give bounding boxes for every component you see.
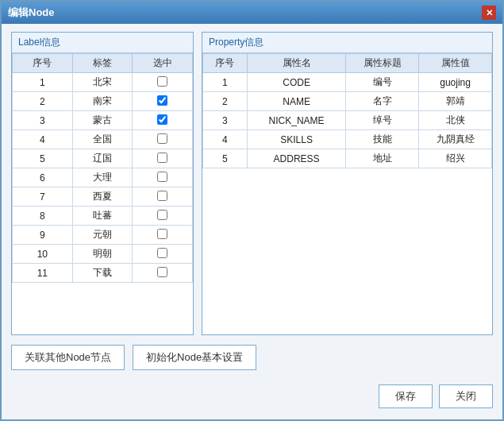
left-row-checkbox[interactable] [157, 248, 167, 258]
right-col-prop-value: 属性值 [419, 54, 492, 73]
left-table-row: 1 北宋 [13, 73, 193, 92]
left-row-checkbox[interactable] [157, 114, 167, 125]
right-row-prop-value: 北侠 [419, 111, 492, 130]
associate-button[interactable]: 关联其他Node节点 [11, 345, 125, 370]
left-row-seq: 6 [13, 168, 73, 187]
left-row-checkbox-cell[interactable] [133, 226, 193, 245]
left-table-row: 8 吐蕃 [13, 207, 193, 226]
left-row-checkbox[interactable] [157, 172, 167, 182]
left-row-checkbox-cell[interactable] [133, 168, 193, 187]
right-row-seq: 1 [203, 73, 248, 92]
left-row-checkbox-cell[interactable] [133, 111, 193, 130]
left-row-checkbox-cell[interactable] [133, 264, 193, 283]
panels-container: Label信息 序号 标签 选中 1 北宋 [11, 32, 493, 335]
left-row-seq: 4 [13, 130, 73, 149]
right-col-prop-title: 属性标题 [346, 54, 419, 73]
left-row-seq: 5 [13, 149, 73, 168]
right-row-prop-value: 郭靖 [419, 92, 492, 111]
left-row-checkbox[interactable] [157, 133, 167, 144]
left-col-checked: 选中 [133, 54, 193, 73]
footer: 保存 关闭 [11, 380, 493, 411]
left-row-checkbox[interactable] [157, 95, 167, 106]
left-row-seq: 8 [13, 207, 73, 226]
right-col-prop-name: 属性名 [247, 54, 346, 73]
right-row-seq: 2 [203, 92, 248, 111]
left-row-checkbox-cell[interactable] [133, 130, 193, 149]
left-row-checkbox[interactable] [157, 153, 167, 163]
right-row-prop-title: 名字 [346, 92, 419, 111]
left-row-label: 辽国 [72, 149, 133, 168]
right-row-prop-title: 编号 [346, 73, 419, 92]
right-row-prop-name: SKILLS [247, 130, 346, 149]
main-window: 编辑Node ✕ Label信息 序号 标签 选中 [0, 0, 504, 421]
right-table-row: 1 CODE 编号 guojing [203, 73, 492, 92]
content-area: Label信息 序号 标签 选中 1 北宋 [2, 24, 502, 419]
bottom-buttons: 关联其他Node节点 初始化Node基本设置 [11, 342, 493, 373]
right-row-prop-name: NICK_NAME [247, 111, 346, 130]
left-row-label: 吐蕃 [72, 207, 133, 226]
right-row-prop-title: 地址 [346, 149, 419, 168]
left-table-row: 2 南宋 [13, 92, 193, 111]
window-title: 编辑Node [8, 6, 55, 20]
left-row-checkbox-cell[interactable] [133, 73, 193, 92]
right-panel-title: Property信息 [202, 33, 492, 53]
left-col-seq: 序号 [13, 54, 73, 73]
right-row-prop-value: guojing [419, 73, 492, 92]
left-row-checkbox-cell[interactable] [133, 207, 193, 226]
initialize-button[interactable]: 初始化Node基本设置 [133, 345, 256, 370]
right-row-prop-name: CODE [247, 73, 346, 92]
left-table-row: 11 下载 [13, 264, 193, 283]
left-row-seq: 7 [13, 187, 73, 207]
right-table-row: 5 ADDRESS 地址 绍兴 [203, 149, 492, 168]
right-row-prop-name: NAME [247, 92, 346, 111]
right-table-wrapper[interactable]: 序号 属性名 属性标题 属性值 1 CODE 编号 guojing 2 NAME… [202, 53, 492, 334]
left-panel: Label信息 序号 标签 选中 1 北宋 [11, 32, 194, 335]
right-table: 序号 属性名 属性标题 属性值 1 CODE 编号 guojing 2 NAME… [202, 53, 492, 168]
right-row-seq: 3 [203, 111, 248, 130]
left-table-row: 5 辽国 [13, 149, 193, 168]
left-row-label: 蒙古 [72, 111, 133, 130]
left-row-seq: 9 [13, 226, 73, 245]
left-row-label: 北宋 [72, 73, 133, 92]
left-table-row: 7 西夏 [13, 187, 193, 207]
left-table-wrapper[interactable]: 序号 标签 选中 1 北宋 2 南宋 3 蒙古 4 全国 [12, 53, 193, 334]
right-table-row: 4 SKILLS 技能 九阴真经 [203, 130, 492, 149]
left-row-label: 西夏 [72, 187, 133, 207]
left-row-checkbox[interactable] [157, 229, 167, 239]
left-row-label: 全国 [72, 130, 133, 149]
right-row-seq: 5 [203, 149, 248, 168]
left-col-label: 标签 [72, 54, 133, 73]
left-row-seq: 1 [13, 73, 73, 92]
left-row-seq: 10 [13, 245, 73, 264]
left-row-checkbox[interactable] [157, 76, 167, 87]
left-row-checkbox[interactable] [157, 267, 167, 277]
right-row-prop-value: 绍兴 [419, 149, 492, 168]
left-table: 序号 标签 选中 1 北宋 2 南宋 3 蒙古 4 全国 [12, 53, 193, 283]
save-button[interactable]: 保存 [379, 384, 433, 408]
left-table-row: 10 明朝 [13, 245, 193, 264]
close-button[interactable]: 关闭 [439, 384, 493, 408]
left-row-checkbox-cell[interactable] [133, 245, 193, 264]
title-bar: 编辑Node ✕ [2, 2, 502, 24]
left-row-checkbox-cell[interactable] [133, 92, 193, 111]
right-row-prop-title: 绰号 [346, 111, 419, 130]
right-row-prop-value: 九阴真经 [419, 130, 492, 149]
left-row-seq: 3 [13, 111, 73, 130]
left-row-label: 下载 [72, 264, 133, 283]
right-table-row: 2 NAME 名字 郭靖 [203, 92, 492, 111]
left-row-label: 明朝 [72, 245, 133, 264]
left-row-label: 大理 [72, 168, 133, 187]
window-close-button[interactable]: ✕ [482, 6, 496, 20]
left-row-seq: 2 [13, 92, 73, 111]
right-col-seq: 序号 [203, 54, 248, 73]
left-row-checkbox-cell[interactable] [133, 149, 193, 168]
right-row-seq: 4 [203, 130, 248, 149]
left-table-row: 9 元朝 [13, 226, 193, 245]
left-table-row: 3 蒙古 [13, 111, 193, 130]
left-row-label: 元朝 [72, 226, 133, 245]
left-row-checkbox[interactable] [157, 210, 167, 220]
left-row-checkbox-cell[interactable] [133, 187, 193, 207]
right-table-row: 3 NICK_NAME 绰号 北侠 [203, 111, 492, 130]
left-row-checkbox[interactable] [157, 191, 167, 201]
left-row-label: 南宋 [72, 92, 133, 111]
